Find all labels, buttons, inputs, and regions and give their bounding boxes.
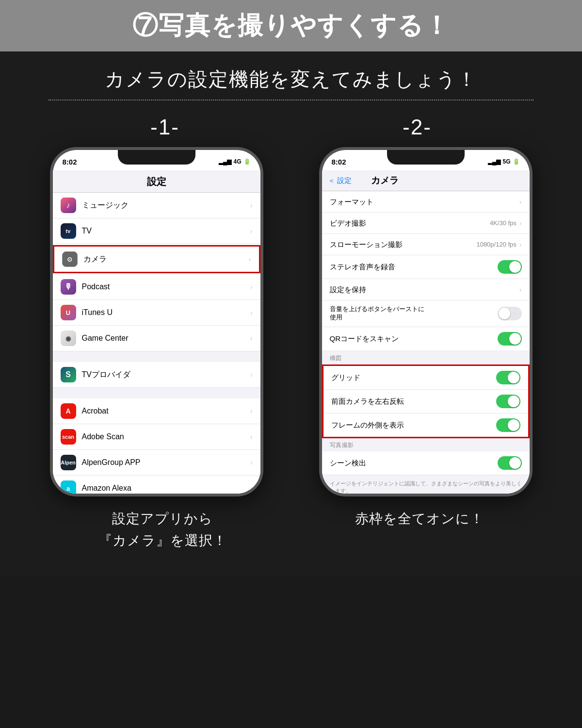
back-button[interactable]: ＜ 設定 [328,176,352,185]
signal-icon: ▂▄▆ [488,158,501,165]
toggle-stereo[interactable] [498,260,522,274]
item-label: 設定を保持 [330,285,519,295]
section-header-photo: 写真撮影 [322,438,530,451]
toggle-scene[interactable] [498,456,522,470]
podcast-icon: 🎙 [61,279,76,295]
battery-icon: 🔋 [513,158,520,165]
gamecenter-icon: ◉ [61,331,76,346]
camera-header: ＜ 設定 カメラ [322,170,530,191]
toggle-mirror[interactable] [496,395,520,408]
camera-settings-list: フォーマット › ビデオ撮影 4K/30 fps › スローモーション撮影 10… [322,191,530,494]
chevron-icon: › [249,255,251,263]
list-item[interactable]: ⊙ カメラ › [54,247,259,272]
list-item[interactable]: ♪ ミュージック › [53,193,260,218]
caption-left: 設定アプリから『カメラ』を選択！ [56,508,269,552]
steps-container: -1- -2- [19,115,563,139]
step1-label: -1- [150,115,179,139]
highlighted-camera-row[interactable]: ⊙ カメラ › [53,245,260,273]
item-label: Acrobat [82,407,250,415]
item-label: ビデオ撮影 [330,218,490,228]
phones-row: 8:02 ▂▄▆ 4G 🔋 設定 ♪ ミュージック › [19,147,563,496]
highlighted-composition-section: グリッド 前面カメラを左右反転 フレームの外側を表示 [322,364,530,438]
camera-item[interactable]: ステレオ音声を録音 [322,255,530,279]
chevron-icon: › [519,198,522,206]
list-item[interactable]: ◉ Game Center › [53,326,260,351]
list-item[interactable]: scan Adobe Scan › [53,424,260,450]
camera-item[interactable]: 設定を保持 › [322,279,530,300]
item-label: Game Center [82,334,250,343]
chevron-icon: › [519,286,522,294]
battery-icon: 🔋 [243,158,251,165]
tvprovider-icon: S [61,367,76,382]
camera-item[interactable]: ビデオ撮影 4K/30 fps › [322,213,530,234]
chevron-icon: › [250,227,253,235]
item-value: 4K/30 fps [490,219,517,227]
section-header-composition: 構図 [322,351,530,364]
adobescan-icon: scan [61,429,76,445]
camera-section-photo: シーン検出 イメージをインテリジェントに認識して、さまざまなシーンの写真をより美… [322,451,530,494]
list-item[interactable]: 🎙 Podcast › [53,274,260,300]
chevron-icon: › [250,459,253,466]
list-item[interactable]: U iTunes U › [53,300,260,326]
item-label: iTunes U [82,308,250,317]
camera-item[interactable]: シーン検出 [322,451,530,475]
toggle-outside-frame[interactable] [496,418,520,432]
phone1-time: 8:02 [63,158,77,166]
item-label: ミュージック [82,200,250,211]
alpengroup-icon: Alpen [61,455,76,470]
chevron-icon: › [519,241,522,248]
phone2-screen: ＜ 設定 カメラ フォーマット › ビデオ撮影 4K/30 fps › [322,170,530,494]
phone1-status-icons: ▂▄▆ 4G 🔋 [219,158,251,165]
chevron-icon: › [250,309,253,316]
item-label: ステレオ音声を録音 [330,262,498,272]
chevron-icon: › [250,201,253,209]
phone2-notch [387,150,465,165]
list-item[interactable]: Alpen AlpenGroup APP › [53,450,260,476]
caption-right: 赤枠を全てオンに！ [313,508,526,552]
item-note: イメージをインテリジェントに認識して、さまざまなシーンの写真をより美しくします。 [330,480,522,494]
network-type: 5G [502,158,510,165]
list-item[interactable]: tv TV › [53,218,260,244]
item-label: シーン検出 [330,458,498,468]
settings-header: 設定 [53,170,260,193]
list-item[interactable]: A Acrobat › [53,398,260,424]
section-divider [53,351,260,362]
divider [48,99,534,100]
chevron-icon: › [250,283,253,291]
toggle-burst[interactable] [498,307,522,320]
camera-icon: ⊙ [62,251,78,267]
camera-title: カメラ [371,174,399,187]
item-label: Podcast [82,282,250,291]
alexa-icon: a [61,480,76,494]
item-label: Amazon Alexa [82,484,250,493]
item-label: TV [82,227,250,235]
list-item[interactable]: S TVプロバイダ › [53,362,260,388]
phone2-status-icons: ▂▄▆ 5G 🔋 [488,158,520,165]
camera-item: イメージをインテリジェントに認識して、さまざまなシーンの写真をより美しくします。 [322,475,530,494]
item-label: グリッド [331,373,496,382]
camera-item[interactable]: フレームの外側を表示 [323,414,528,437]
camera-item[interactable]: フォーマット › [322,191,530,213]
chevron-icon: › [250,484,253,492]
item-label: フレームの外側を表示 [331,420,496,430]
camera-section-1: フォーマット › ビデオ撮影 4K/30 fps › スローモーション撮影 10… [322,191,530,350]
item-label: AlpenGroup APP [82,458,250,467]
step2-label: -2- [403,115,432,139]
subtitle: カメラの設定機能を変えてみましょう！ [19,66,563,93]
list-item[interactable]: a Amazon Alexa › [53,476,260,494]
main-content: カメラの設定機能を変えてみましょう！ -1- -2- 8:02 ▂▄▆ 4G 🔋… [0,51,582,576]
camera-item[interactable]: グリッド [323,366,528,390]
item-label: スローモーション撮影 [330,240,477,249]
toggle-grid[interactable] [496,371,520,384]
header-bar: ⑦写真を撮りやすくする！ [0,0,582,51]
camera-item[interactable]: 音量を上げるボタンをバーストに使用 [322,300,530,327]
toggle-qr[interactable] [498,332,522,346]
camera-item[interactable]: スローモーション撮影 1080p/120 fps › [322,234,530,255]
chevron-icon: › [250,433,253,441]
camera-item[interactable]: QRコードをスキャン [322,327,530,350]
music-icon: ♪ [61,198,76,213]
settings-list: ♪ ミュージック › tv TV › ⊙ カメラ [53,193,260,494]
section-divider [53,388,260,398]
chevron-icon: › [250,371,253,379]
camera-item[interactable]: 前面カメラを左右反転 [323,390,528,414]
